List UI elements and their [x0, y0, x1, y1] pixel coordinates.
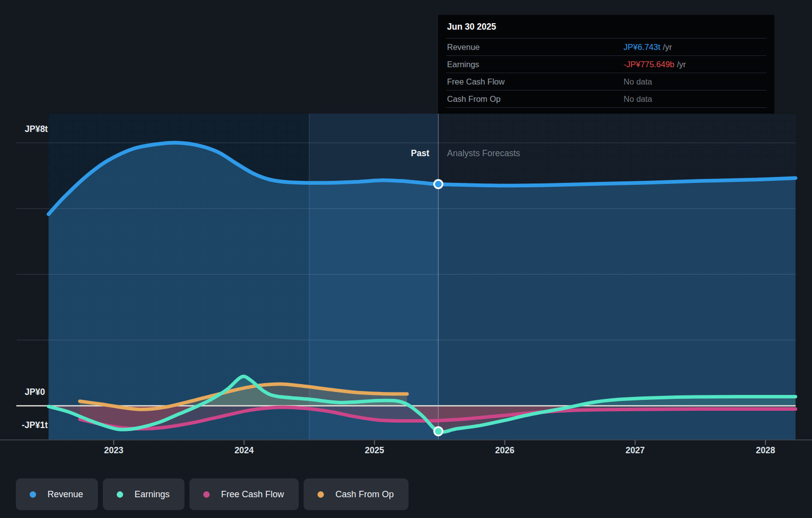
legend-item-earnings[interactable]: Earnings — [103, 478, 184, 510]
tooltip-row-revenue: RevenueJP¥6.743t/yr — [446, 39, 767, 56]
tooltip-value-text: No data — [624, 94, 652, 103]
legend-item-label: Free Cash Flow — [221, 489, 284, 500]
tooltip-row-free-cash-flow: Free Cash FlowNo data — [446, 73, 767, 90]
tooltip-value-text: No data — [624, 77, 652, 86]
tooltip-row-label: Free Cash Flow — [446, 77, 504, 86]
tooltip-row-label: Cash From Op — [446, 94, 500, 103]
y-axis-label-JP1t: -JP¥1t — [22, 420, 48, 431]
tooltip-value-suffix: /yr — [677, 60, 686, 69]
tooltip-row-label: Earnings — [446, 60, 479, 69]
legend-item-label: Cash From Op — [335, 489, 394, 500]
free-cash-flow-dot-icon — [203, 491, 210, 498]
chart-legend: RevenueEarningsFree Cash FlowCash From O… — [16, 478, 408, 510]
revenue-marker-dot — [434, 180, 443, 188]
tooltip-row-value: No data — [624, 73, 652, 90]
x-axis-label-2027: 2027 — [613, 445, 657, 456]
chart-tooltip: Jun 30 2025 RevenueJP¥6.743t/yrEarnings-… — [438, 15, 774, 114]
earnings-revenue-growth-chart: JP¥8tJP¥0-JP¥1t 202320242025202620272028… — [0, 0, 812, 518]
tooltip-row-cash-from-op: Cash From OpNo data — [446, 90, 767, 108]
x-axis-label-2026: 2026 — [483, 445, 527, 456]
x-axis-label-2024: 2024 — [222, 445, 267, 456]
tooltip-row-label: Revenue — [446, 43, 480, 51]
y-axis-label-JP0: JP¥0 — [25, 387, 45, 397]
legend-item-revenue[interactable]: Revenue — [16, 478, 98, 510]
tooltip-rows: RevenueJP¥6.743t/yrEarnings-JP¥775.649b/… — [446, 39, 767, 108]
revenue-dot-icon — [30, 491, 36, 498]
legend-item-label: Revenue — [47, 489, 83, 500]
past-phase-label: Past — [411, 148, 429, 159]
tooltip-value-text: JP¥6.743t — [624, 43, 660, 51]
x-axis-label-2028: 2028 — [743, 445, 788, 456]
revenue-area — [48, 143, 795, 440]
analysts-forecasts-phase-label: Analysts Forecasts — [447, 148, 520, 159]
tooltip-row-earnings: Earnings-JP¥775.649b/yr — [446, 56, 767, 73]
tooltip-value-suffix: /yr — [663, 43, 672, 51]
legend-item-cash-from-op[interactable]: Cash From Op — [304, 478, 408, 510]
tooltip-date: Jun 30 2025 — [446, 15, 767, 39]
legend-item-free-cash-flow[interactable]: Free Cash Flow — [189, 478, 299, 510]
tooltip-value-text: -JP¥775.649b — [624, 60, 675, 69]
tooltip-row-value: No data — [624, 90, 652, 107]
y-axis-label-JP8t: JP¥8t — [25, 124, 48, 134]
earnings-marker-dot — [434, 427, 443, 435]
legend-item-label: Earnings — [135, 489, 170, 500]
cash-from-op-dot-icon — [317, 491, 324, 498]
x-axis-label-2025: 2025 — [352, 445, 397, 456]
x-axis-label-2023: 2023 — [91, 445, 136, 456]
tooltip-row-value: -JP¥775.649b/yr — [624, 56, 686, 73]
earnings-dot-icon — [117, 491, 123, 498]
tooltip-row-value: JP¥6.743t/yr — [624, 39, 672, 55]
